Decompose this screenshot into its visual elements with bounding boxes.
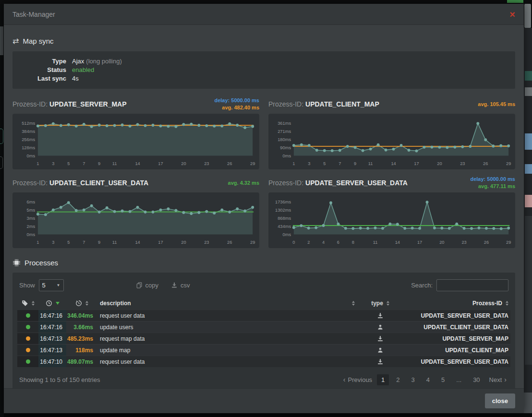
- chart-meta: avg. 105.45 ms: [478, 101, 515, 108]
- status-dot: [26, 348, 30, 352]
- chart-avg-label: avg. 477.11 ms: [470, 183, 515, 190]
- sync-arrows-icon: ⇄: [12, 36, 19, 46]
- background-scrollbar[interactable]: [524, 4, 531, 28]
- svg-text:3: 3: [52, 161, 54, 166]
- csv-button-label: csv: [181, 282, 190, 289]
- svg-text:256ms: 256ms: [22, 137, 35, 142]
- svg-text:23: 23: [204, 161, 209, 166]
- column-prozess-id-label: Prozess-ID: [472, 300, 502, 307]
- previous-page-button[interactable]: ‹Previous: [341, 374, 374, 385]
- svg-text:2: 2: [307, 239, 310, 245]
- chart-avg-label: avg. 482.40 ms: [214, 104, 259, 111]
- column-description[interactable]: description: [97, 297, 360, 310]
- clock-icon: [46, 300, 52, 307]
- page-button-5[interactable]: 5: [437, 374, 449, 385]
- time-cell: 16:47:13: [38, 333, 66, 344]
- next-page-button[interactable]: Next›: [487, 374, 508, 385]
- svg-text:23: 23: [204, 239, 209, 245]
- map-sync-status-row: Status enabled: [20, 66, 508, 74]
- svg-text:180ms: 180ms: [278, 137, 291, 142]
- svg-text:3ms: 3ms: [27, 215, 36, 221]
- svg-text:868ms: 868ms: [278, 215, 291, 221]
- svg-text:3: 3: [308, 161, 310, 166]
- svg-text:1736ms: 1736ms: [275, 199, 291, 204]
- page-length-select[interactable]: 5 ▼: [39, 279, 64, 291]
- svg-text:11: 11: [373, 239, 378, 245]
- column-status[interactable]: [17, 297, 38, 310]
- chart-avg-label: avg. 4.32 ms: [228, 179, 259, 187]
- search-input[interactable]: [436, 279, 508, 291]
- last-sync-value: 4s: [72, 74, 79, 83]
- processes-toolbar: Show 5 ▼ copy csv: [17, 278, 510, 297]
- download-icon: [377, 335, 384, 342]
- status-label: Status: [20, 66, 72, 74]
- svg-text:271ms: 271ms: [278, 129, 291, 134]
- processes-panel: Show 5 ▼ copy csv: [12, 273, 515, 388]
- page-button-30[interactable]: 30: [469, 374, 484, 385]
- svg-text:3: 3: [52, 239, 54, 245]
- table-row[interactable]: 16:47:13118msupdate mapUPDATE_CLIENT_MAP: [17, 344, 510, 356]
- table-row[interactable]: 16:47:10489.07msrequest user dataUPDATE_…: [17, 356, 510, 367]
- csv-button[interactable]: csv: [171, 282, 190, 289]
- download-icon: [377, 312, 384, 319]
- chart-svg: 6ms5ms3ms2ms0ms1357911141720232629: [15, 196, 256, 247]
- sort-icon: [352, 301, 355, 306]
- status-dot: [26, 325, 30, 329]
- chart-meta: delay: 5000.00 msavg. 482.40 ms: [214, 97, 259, 111]
- processes-heading: Processes: [12, 259, 515, 267]
- svg-text:6: 6: [337, 239, 339, 245]
- type-label: Type: [20, 57, 72, 66]
- column-type[interactable]: type: [360, 297, 401, 310]
- page-button-4[interactable]: 4: [422, 374, 434, 385]
- page-button-...[interactable]: ...: [452, 374, 466, 385]
- dialog-body: ⇄ Map sync Type Ajax (long polling) Stat…: [4, 25, 524, 388]
- table-row[interactable]: 16:47:163.66msupdate usersUPDATE_CLIENT_…: [17, 321, 510, 333]
- svg-text:384ms: 384ms: [22, 129, 35, 134]
- type-cell: [360, 345, 401, 356]
- prozess-id-cell: UPDATE_CLIENT_MAP: [401, 345, 510, 356]
- map-sync-lastsync-row: Last sync 4s: [20, 74, 508, 83]
- close-button[interactable]: close: [485, 393, 515, 408]
- type-cell: [360, 322, 401, 333]
- status-cell: [17, 322, 38, 333]
- dialog-header: Task-Manager ×: [4, 4, 524, 25]
- type-cell: [360, 310, 401, 321]
- table-header-row: description type Prozess-ID: [17, 297, 510, 310]
- close-icon[interactable]: ×: [509, 10, 515, 19]
- svg-text:1: 1: [292, 161, 295, 166]
- column-duration[interactable]: [66, 297, 97, 310]
- download-icon: [377, 358, 384, 365]
- column-prozess-id[interactable]: Prozess-ID: [401, 297, 510, 310]
- svg-text:14: 14: [391, 161, 396, 166]
- svg-text:29: 29: [506, 161, 511, 166]
- chart-card-update_client_map: Prozess-ID: UPDATE_CLIENT_MAPavg. 105.45…: [268, 96, 515, 169]
- time-cell: 16:47:16: [38, 322, 66, 333]
- svg-text:20: 20: [437, 161, 442, 166]
- user-icon: [377, 347, 384, 354]
- duration-cell: 3.66ms: [66, 322, 97, 333]
- chart-meta: avg. 4.32 ms: [228, 179, 259, 187]
- table-row[interactable]: 16:47:13485.23msrequest map dataUPDATE_S…: [17, 333, 510, 344]
- copy-button[interactable]: copy: [136, 282, 158, 289]
- page-button-1[interactable]: 1: [377, 374, 389, 385]
- chart-title: Prozess-ID: UPDATE_SERVER_MAP: [12, 100, 127, 108]
- type-cell: [360, 333, 401, 344]
- processes-heading-label: Processes: [24, 259, 58, 267]
- page-button-3[interactable]: 3: [407, 374, 419, 385]
- background-page-fragment: [0, 26, 3, 55]
- chart-svg: 512ms384ms256ms128ms0ms13579111417202326…: [15, 118, 256, 168]
- column-time[interactable]: [38, 297, 66, 310]
- map-sync-heading-label: Map sync: [23, 37, 53, 45]
- entries-info: Showing 1 to 5 of 150 entries: [19, 376, 100, 383]
- page-button-2[interactable]: 2: [392, 374, 404, 385]
- table-row[interactable]: 16:47:16346.04msrequest user dataUPDATE_…: [17, 310, 510, 321]
- show-label: Show: [19, 282, 35, 289]
- svg-text:0ms: 0ms: [27, 153, 36, 158]
- svg-text:17: 17: [158, 239, 163, 245]
- description-cell: request map data: [97, 333, 360, 344]
- duration-cell: 485.23ms: [66, 333, 97, 344]
- column-description-label: description: [100, 300, 131, 307]
- background-green-sliver: [507, 0, 523, 3]
- chart-title: Prozess-ID: UPDATE_SERVER_USER_DATA: [268, 179, 408, 187]
- chart-card-update_client_user_data: Prozess-ID: UPDATE_CLIENT_USER_DATAavg. …: [12, 175, 259, 248]
